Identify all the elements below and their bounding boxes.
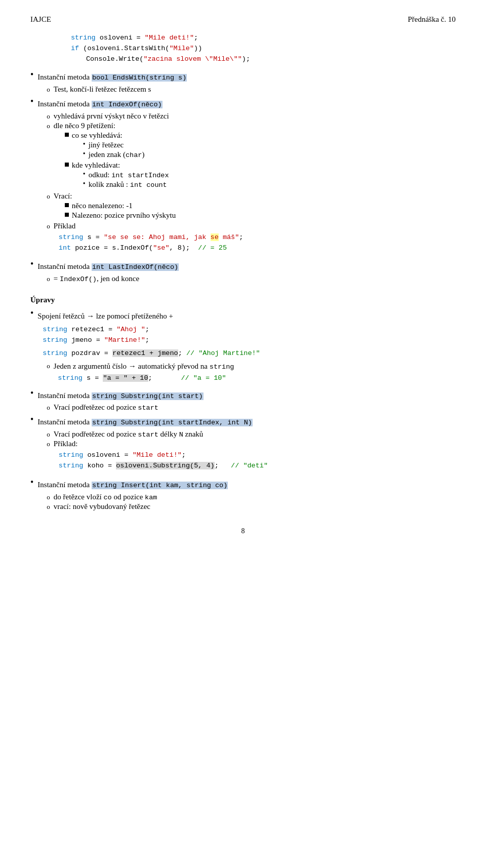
- sub-2-3-sublist: něco nenalezeno: -1 Nalezeno: pozice prv…: [65, 202, 176, 220]
- sub-u2-1: o Vrací podřetězec od pozice start: [47, 403, 456, 412]
- sub-u4-2: o vrací: nově vybudovaný řetězec: [47, 502, 456, 511]
- sub-2-2: o dle něco 9 přetížení: co se vyhledává:: [47, 122, 456, 191]
- header-left: IAJCE: [30, 15, 51, 24]
- top-code-block: string osloveni = "Mile deti!"; if (oslo…: [71, 33, 456, 65]
- list-item-1: • Instanční metoda bool EndsWith(string …: [30, 70, 456, 95]
- dot-jiny-text: jiný řetězec: [89, 141, 124, 149]
- sq-nalezeno: Nalezeno: pozice prvního výskytu: [65, 211, 176, 220]
- upravy-list: • Spojení řetězců → lze pomocí přetížené…: [30, 308, 456, 512]
- sq-bullet-4: [65, 213, 69, 217]
- page-number: 8: [241, 527, 245, 535]
- item-2-text: Instanční metoda int IndexOf(něco): [37, 98, 456, 110]
- list-item-2: • Instanční metoda int IndexOf(něco) o v…: [30, 97, 456, 258]
- sub-u4-1-text: do řetězce vloží co od pozice kam: [54, 493, 157, 501]
- bullet-u3: •: [30, 414, 33, 425]
- dot-kolik: • kolik znaků : int count: [83, 180, 169, 189]
- sq-bullet-1: [65, 133, 69, 137]
- item-2-content: Instanční metoda int IndexOf(něco) o vyh…: [37, 97, 456, 258]
- upravy-item-2-text: Instanční metoda string Substring(int st…: [37, 390, 456, 402]
- sub-u1-1-text: Jeden z argumentů číslo → automatický př…: [54, 362, 234, 371]
- upravy-item-2: • Instanční metoda string Substring(int …: [30, 388, 456, 413]
- substring1-sublist: o Vrací podřetězec od pozice start: [47, 403, 456, 412]
- sub-u3-2-text: Příklad:: [54, 440, 78, 448]
- sub-2-4: o Příklad string s = "se se se: Ahoj mam…: [47, 222, 456, 257]
- dot-jiny: • jiný řetězec: [83, 141, 145, 149]
- dot-odkud: • odkud: int startIndex: [83, 171, 169, 179]
- item-3-sublist: o = IndexOf(), jen od konce: [47, 274, 456, 283]
- upravy-item-3-text: Instanční metoda string Substring(int st…: [37, 416, 456, 428]
- sub-u1-1: o Jeden z argumentů číslo → automatický …: [47, 362, 456, 371]
- sq-item-co-text: co se vyhledává:: [72, 131, 123, 139]
- sub-2-1: o vyhledává první výskyt něco v řetězci: [47, 112, 456, 121]
- sq-item-co-content: co se vyhledává: • jiný řetězec •: [72, 131, 145, 160]
- spojeni-code-2: string pozdrav = retezec1 + jmeno; // "A…: [43, 348, 456, 359]
- upravy-item-4-text: Instanční metoda string Insert(int kam, …: [37, 479, 456, 491]
- sq-nenalezeno-text: něco nenalezeno: -1: [72, 202, 133, 210]
- sub-u4-2-text: vrací: nově vybudovaný řetězec: [54, 502, 150, 511]
- upravy-item-4-content: Instanční metoda string Insert(int kam, …: [37, 478, 456, 512]
- bullet-u1: •: [30, 308, 33, 319]
- dot-odkud-text: odkud: int startIndex: [89, 171, 169, 179]
- dot-znak: • jeden znak (char): [83, 150, 145, 159]
- footer: 8: [30, 527, 456, 535]
- upravy-item-4: • Instanční metoda string Insert(int kam…: [30, 478, 456, 512]
- sq-nenalezeno: něco nenalezeno: -1: [65, 202, 176, 210]
- sub-2-3-content: Vrací: něco nenalezeno: -1 Nalezeno: poz…: [54, 192, 176, 221]
- sub-2-4-label: Příklad: [54, 222, 75, 230]
- sub-u3-2-content: Příklad: string osloveni = "Mile deti!";…: [54, 440, 268, 475]
- sub-3-1-text: = IndexOf(), jen od konce: [54, 274, 139, 283]
- header: IAJCE Přednáška č. 10: [30, 15, 456, 24]
- sq-bullet-3: [65, 203, 69, 207]
- sq-item-kde: kde vyhledávat: • odkud: int startIndex …: [65, 161, 169, 190]
- insert-sublist: o do řetězce vloží co od pozice kam o vr…: [47, 493, 456, 511]
- bullet-u4: •: [30, 477, 33, 488]
- sub-item-1-1: o Test, končí-li řetězec řetězcem s: [47, 85, 456, 94]
- sub-u3-1-text: Vrací podřetězec od pozice start délky N…: [54, 430, 204, 439]
- sub-2-2-sublist: co se vyhledává: • jiný řetězec •: [65, 131, 169, 190]
- main-list: • Instanční metoda bool EndsWith(string …: [30, 70, 456, 285]
- upravy-item-2-content: Instanční metoda string Substring(int st…: [37, 388, 456, 413]
- dot-kolik-text: kolik znaků : int count: [89, 180, 167, 189]
- sq-item-co-vyhledava: co se vyhledává: • jiný řetězec •: [65, 131, 169, 160]
- sq-bullet-2: [65, 163, 69, 167]
- dot-znak-text: jeden znak (char): [89, 150, 145, 159]
- upravy-heading: Úpravy: [30, 294, 456, 306]
- sub-2-1-text: vyhledává první výskyt něco v řetězci: [54, 112, 169, 121]
- substring2-sublist: o Vrací podřetězec od pozice start délky…: [47, 430, 456, 475]
- sub-2-3: o Vrací: něco nenalezeno: -1 Nalezeno: p…: [47, 192, 456, 221]
- upravy-item-1-text: Spojení řetězců → lze pomocí přetíženého…: [37, 310, 456, 322]
- upravy-item-1: • Spojení řetězců → lze pomocí přetížené…: [30, 308, 456, 386]
- sq-nalezeno-text: Nalezeno: pozice prvního výskytu: [72, 211, 176, 220]
- sub-3-1: o = IndexOf(), jen od konce: [47, 274, 456, 283]
- sub-item-1-1-text: Test, končí-li řetězec řetězcem s: [54, 85, 151, 94]
- example-code-1: string s = "se se se: Ahoj mami, jak se …: [59, 232, 244, 254]
- substring-example-code: string osloveni = "Mile deti!"; string k…: [59, 450, 268, 471]
- sub-2-2-content: dle něco 9 přetížení: co se vyhledává: •: [54, 122, 169, 191]
- header-right: Přednáška č. 10: [408, 15, 456, 24]
- prevod-code: string s = "a = " + 10; // "a = 10": [58, 373, 456, 384]
- item-3-text: Instanční metoda int LastIndexOf(něco): [37, 261, 456, 273]
- sub-2-3-text: Vrací:: [54, 192, 72, 200]
- upravy-item-3: • Instanční metoda string Substring(int …: [30, 415, 456, 476]
- spojeni-sublist: o Jeden z argumentů číslo → automatický …: [47, 362, 456, 371]
- sub-u3-2: o Příklad: string osloveni = "Mile deti!…: [47, 440, 456, 475]
- sq-item-kde-content: kde vyhledávat: • odkud: int startIndex …: [72, 161, 169, 190]
- bullet-1: •: [30, 69, 33, 80]
- sub-u2-1-text: Vrací podřetězec od pozice start: [54, 403, 158, 412]
- item-1-text: Instanční metoda bool EndsWith(string s): [37, 71, 456, 84]
- bullet-u2: •: [30, 388, 33, 399]
- sub-2-4-content: Příklad string s = "se se se: Ahoj mami,…: [54, 222, 244, 257]
- bullet-2: •: [30, 96, 33, 107]
- sub-u3-1: o Vrací podřetězec od pozice start délky…: [47, 430, 456, 439]
- bullet-3: •: [30, 259, 33, 269]
- list-item-3: • Instanční metoda int LastIndexOf(něco)…: [30, 259, 456, 284]
- circle-bullet: o: [47, 86, 50, 94]
- sq-item-co-sublist: • jiný řetězec • jeden znak (char): [83, 141, 145, 159]
- sq-item-kde-text: kde vyhledávat:: [72, 161, 120, 169]
- item-1-content: Instanční metoda bool EndsWith(string s)…: [37, 70, 456, 95]
- upravy-item-3-content: Instanční metoda string Substring(int st…: [37, 415, 456, 476]
- item-1-sublist: o Test, končí-li řetězec řetězcem s: [47, 85, 456, 94]
- sub-2-2-text: dle něco 9 přetížení:: [54, 122, 115, 130]
- upravy-item-1-content: Spojení řetězců → lze pomocí přetíženého…: [37, 308, 456, 386]
- sub-u4-1: o do řetězce vloží co od pozice kam: [47, 493, 456, 501]
